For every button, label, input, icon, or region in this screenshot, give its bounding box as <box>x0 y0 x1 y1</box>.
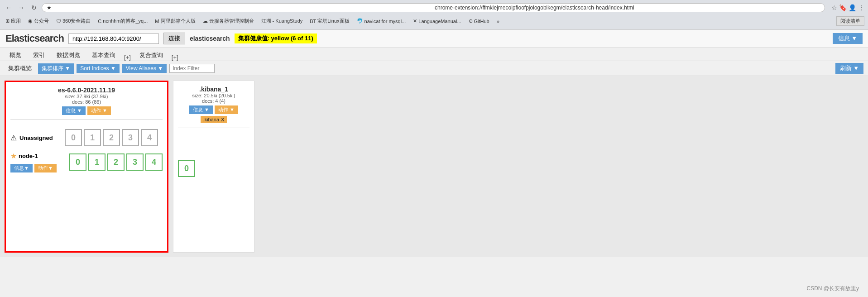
forward-button[interactable]: → <box>16 3 26 13</box>
alias-tag: .kibana X <box>201 116 227 123</box>
node1-shards: 0 1 2 3 4 <box>69 153 163 171</box>
health-badge: 集群健康值: yellow (6 of 11) <box>235 34 317 43</box>
connect-button[interactable]: 连接 <box>163 33 185 44</box>
main-content: es-6.6.0-2021.11.19 size: 37.9ki (37.9ki… <box>0 76 868 257</box>
unassigned-row: ⚠ Unassigned 0 1 2 3 4 <box>10 126 163 149</box>
index-filter-input[interactable] <box>169 64 215 73</box>
bookmark-language[interactable]: ✕ LanguageManual... <box>411 17 463 25</box>
url-input[interactable] <box>68 34 159 44</box>
tab-overview[interactable]: 概览 <box>5 49 26 61</box>
cluster-overview-tab[interactable]: 集群概览 <box>5 63 35 74</box>
bookmark-label: 应用 <box>11 18 21 24</box>
bookmark-bt[interactable]: BT 宝塔Linux面板 <box>308 17 351 25</box>
basic-query-plus[interactable]: [+] <box>122 54 133 61</box>
bookmark-navicat[interactable]: 🐬 navicat for mysql... <box>355 17 408 25</box>
refresh-button[interactable]: 刷新 ▼ <box>835 63 863 74</box>
app-logo: Elasticsearch <box>5 33 64 44</box>
bookmark-label: 宝塔Linux面板 <box>317 18 349 24</box>
node1-label-area: ★ node-1 信息▼ 动作▼ <box>10 152 69 172</box>
index2-action-button[interactable]: 动作 ▼ <box>215 105 238 114</box>
index1-btn-group: 信息 ▼ 动作 ▼ <box>10 106 163 115</box>
view-aliases-dropdown[interactable]: View Aliases ▼ <box>122 64 167 73</box>
unassigned-name: Unassigned <box>19 134 53 141</box>
shard-cell[interactable]: 1 <box>88 153 106 171</box>
index2-card: .kibana_1 size: 20.5ki (20.5ki) docs: 4 … <box>178 86 249 123</box>
shard-cell[interactable]: 3 <box>126 153 144 171</box>
bookmark-kuang[interactable]: 江湖 - KuangStudy <box>259 17 305 25</box>
bookmark-cloud[interactable]: ☁ 云服务器管理控制台 <box>201 17 256 25</box>
back-button[interactable]: ← <box>4 3 14 13</box>
unassigned-shards: 0 1 2 3 4 <box>65 129 158 146</box>
mail-icon: M <box>155 19 159 24</box>
apps-icon: ⊞ <box>5 18 10 24</box>
index1-size: size: 37.9ki (37.9ki) <box>10 94 163 99</box>
tab-indices[interactable]: 索引 <box>28 49 50 61</box>
star-icon: ★ <box>10 152 17 160</box>
cluster-toolbar: 集群概览 集群排序 ▼ Sort Indices ▼ View Aliases … <box>0 61 868 76</box>
more-bookmarks[interactable]: » <box>497 19 499 24</box>
shard-cell[interactable]: 0 <box>178 160 195 177</box>
complex-query-plus[interactable]: [+] <box>170 54 180 61</box>
bookmark-github[interactable]: ⊙ GitHub <box>467 17 491 25</box>
index2-nodes-area: 0 <box>178 130 249 180</box>
shard-cell[interactable]: 4 <box>145 153 163 171</box>
bookmark-label: ncnhhm的博客_yq... <box>103 18 148 24</box>
bookmark-360[interactable]: 🛡 360安全路由 <box>54 17 92 25</box>
star-button[interactable]: ☆ <box>831 4 837 11</box>
tab-complex-query[interactable]: 复合查询 <box>134 49 168 61</box>
tab-data-browse[interactable]: 数据浏览 <box>52 49 85 61</box>
shard-cell: 1 <box>84 129 101 146</box>
shard-cell: 4 <box>141 129 158 146</box>
csdn-icon: C <box>98 19 101 24</box>
index1-action-button[interactable]: 动作 ▼ <box>87 106 111 115</box>
reader-mode[interactable]: 阅读清单 <box>836 16 864 26</box>
node1-info-button[interactable]: 信息▼ <box>10 164 33 172</box>
bookmark-label: 360安全路由 <box>62 18 91 24</box>
profile-button[interactable]: 👤 <box>849 4 856 11</box>
shard-cell[interactable]: 0 <box>69 153 86 171</box>
index2-size: size: 20.5ki (20.5ki) <box>178 93 249 98</box>
app-header: Elasticsearch 连接 elasticsearch 集群健康值: ye… <box>0 30 868 48</box>
reload-button[interactable]: ↻ <box>29 3 39 13</box>
bookmark-gongzhonghao[interactable]: ◉ 公众号 <box>26 17 51 25</box>
index2-name: .kibana_1 <box>178 86 249 93</box>
index2-node1-row: 0 <box>178 157 249 180</box>
shard-cell: 0 <box>65 129 82 146</box>
menu-button[interactable]: ⋮ <box>858 4 864 11</box>
nav-tabs: 概览 索引 数据浏览 基本查询 [+] 复合查询 [+] <box>0 48 868 61</box>
sort-indices-dropdown[interactable]: Sort Indices ▼ <box>77 64 120 73</box>
favicon-icon: ★ <box>47 5 432 11</box>
cluster-sort-dropdown[interactable]: 集群排序 ▼ <box>38 63 74 74</box>
address-text: chrome-extension://ffmkiejmecolpfloofpjo… <box>435 5 820 11</box>
bookmark-button[interactable]: 🔖 <box>839 4 847 11</box>
index1-panel: es-6.6.0-2021.11.19 size: 37.9ki (37.9ki… <box>5 81 168 253</box>
browser-chrome: ← → ↻ ★ chrome-extension://ffmkiejmecolp… <box>0 0 868 30</box>
index1-docs: docs: 86 (86) <box>10 99 163 105</box>
shard-cell: 3 <box>122 129 139 146</box>
bookmark-label: LanguageManual... <box>418 19 461 24</box>
bookmark-csdn[interactable]: C ncnhhm的博客_yq... <box>96 17 149 25</box>
bookmark-apps[interactable]: ⊞ 应用 <box>4 17 23 25</box>
shard-cell[interactable]: 2 <box>107 153 125 171</box>
node1-row: ★ node-1 信息▼ 动作▼ 0 1 2 3 4 <box>10 149 163 175</box>
index1-info-button[interactable]: 信息 ▼ <box>62 106 86 115</box>
bookmark-label: navicat for mysql... <box>364 19 406 24</box>
address-bar[interactable]: ★ chrome-extension://ffmkiejmecolpfloofp… <box>42 3 825 12</box>
tab-basic-query[interactable]: 基本查询 <box>87 49 120 61</box>
circle-icon: ◉ <box>28 18 33 24</box>
index2-btn-group: 信息 ▼ 动作 ▼ <box>178 105 249 114</box>
browser-nav: ← → ↻ ★ chrome-extension://ffmkiejmecolp… <box>4 3 864 13</box>
index2-info-button[interactable]: 信息 ▼ <box>189 105 213 114</box>
bookmark-label: GitHub <box>474 19 489 24</box>
index2-node1-shards: 0 <box>178 160 195 177</box>
node1-name: node-1 <box>19 153 38 159</box>
alias-close-button[interactable]: X <box>221 117 224 122</box>
bookmark-ali-mail[interactable]: M 阿里邮箱个人版 <box>153 17 197 25</box>
bookmarks-bar: ⊞ 应用 ◉ 公众号 🛡 360安全路由 C ncnhhm的博客_yq... M… <box>4 15 864 27</box>
node1-action-button[interactable]: 动作▼ <box>34 164 57 172</box>
bookmark-label: 江湖 - KuangStudy <box>261 18 303 24</box>
cloud-icon: ☁ <box>203 18 208 24</box>
info-button[interactable]: 信息 ▼ <box>833 33 863 44</box>
bookmark-label: 公众号 <box>34 18 49 24</box>
lang-icon: ✕ <box>413 18 417 24</box>
